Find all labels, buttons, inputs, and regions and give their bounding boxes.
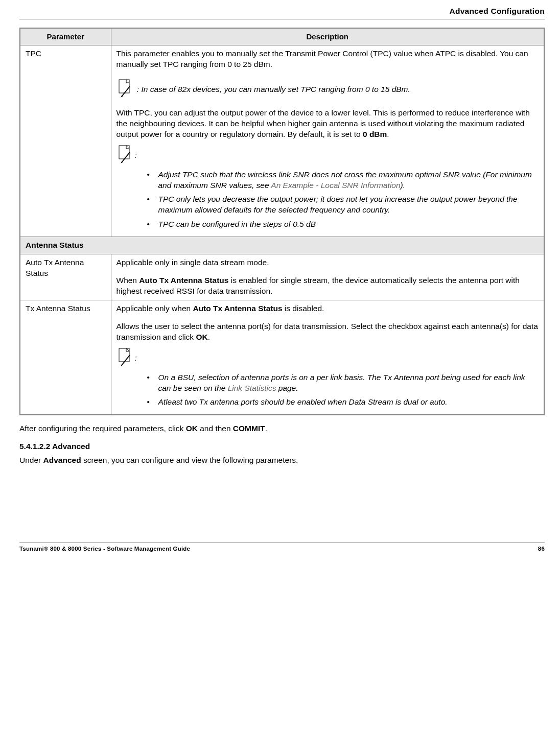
tpc-note-82x: : In case of 82x devices, you can manual… <box>119 79 539 101</box>
header-rule <box>19 19 545 19</box>
description-header: Description <box>111 28 544 45</box>
tpc-intro: This parameter enables you to manually s… <box>116 49 539 70</box>
tpc-bullets: Adjust TPC such that the wireless link S… <box>116 170 539 230</box>
subheading-advanced: 5.4.1.2.2 Advanced <box>19 441 545 452</box>
chapter-title: Advanced Configuration <box>19 6 545 17</box>
link-statistics-link[interactable]: Link Statistics <box>228 384 276 392</box>
list-item: On a BSU, selection of antenna ports is … <box>147 372 539 394</box>
section-row: Antenna Status <box>20 237 544 254</box>
txant-l1a: Applicable only when <box>116 304 193 313</box>
after-t1b: and then <box>198 424 233 433</box>
note-colon: : <box>135 354 137 362</box>
param-name-auto-tx: Auto Tx Antenna Status <box>20 254 111 300</box>
list-item: Atleast two Tx antenna ports should be e… <box>147 397 539 408</box>
after-commit: COMMIT <box>233 424 265 433</box>
list-item: TPC can be configured in the steps of 0.… <box>147 219 539 230</box>
parameter-header: Parameter <box>20 28 111 45</box>
tpc-b1b: ). <box>401 181 405 190</box>
adv-b1b: Advanced <box>43 456 81 464</box>
list-item: TPC only lets you decrease the output po… <box>147 194 539 216</box>
txant-b1a: On a BSU, selection of antenna ports is … <box>158 373 525 392</box>
desc-tpc: This parameter enables you to manually s… <box>111 45 544 237</box>
after-t1c: . <box>265 424 267 433</box>
antenna-status-section: Antenna Status <box>20 237 544 254</box>
txant-l1c: is disabled. <box>283 304 324 313</box>
note-colon: : <box>135 151 137 159</box>
snr-example-link[interactable]: An Example - Local SNR Information <box>271 181 400 190</box>
autotx-l2b: Auto Tx Antenna Status <box>139 276 228 285</box>
param-name-tx-antenna: Tx Antenna Status <box>20 300 111 415</box>
autotx-l2a: When <box>116 276 139 285</box>
page-footer: Tsunami® 800 & 8000 Series - Software Ma… <box>19 543 545 553</box>
adv-b1a: Under <box>19 456 43 464</box>
txant-line1: Applicable only when Auto Tx Antenna Sta… <box>116 303 539 314</box>
note-icon <box>119 79 133 101</box>
autotx-line2: When Auto Tx Antenna Status is enabled f… <box>116 275 539 297</box>
param-name-tpc: TPC <box>20 45 111 237</box>
tpc-note-block: : <box>119 145 539 167</box>
table-row: Auto Tx Antenna Status Applicable only i… <box>20 254 544 300</box>
txant-period: . <box>208 333 210 341</box>
table-row: TPC This parameter enables you to manual… <box>20 45 544 237</box>
txant-b1b: page. <box>276 384 298 392</box>
list-item: Adjust TPC such that the wireless link S… <box>147 170 539 191</box>
autotx-line1: Applicable only in single data stream mo… <box>116 257 539 268</box>
txant-line2: Allows the user to select the antenna po… <box>116 321 539 343</box>
table-row: Tx Antenna Status Applicable only when A… <box>20 300 544 415</box>
after-table-text: After configuring the required parameter… <box>19 423 545 434</box>
after-ok: OK <box>186 424 198 433</box>
tpc-note-82x-text: : In case of 82x devices, you can manual… <box>137 85 410 93</box>
table-header-row: Parameter Description <box>20 28 544 45</box>
advanced-body: Under Advanced screen, you can configure… <box>19 455 545 466</box>
txant-ok: OK <box>196 333 207 341</box>
txant-l1b: Auto Tx Antenna Status <box>193 304 282 313</box>
tpc-default: 0 dBm <box>363 130 387 138</box>
note-icon <box>119 348 133 369</box>
note-icon <box>119 145 133 167</box>
page-number: 86 <box>538 545 545 553</box>
adv-b1c: screen, you can configure and view the f… <box>81 456 298 464</box>
tpc-body1: With TPC, you can adjust the output powe… <box>116 108 530 138</box>
txant-l2a: Allows the user to select the antenna po… <box>116 322 538 341</box>
parameter-table: Parameter Description TPC This parameter… <box>19 28 545 415</box>
footer-left: Tsunami® 800 & 8000 Series - Software Ma… <box>19 545 190 553</box>
desc-auto-tx: Applicable only in single data stream mo… <box>111 254 544 300</box>
tpc-body: With TPC, you can adjust the output powe… <box>116 108 539 140</box>
after-t1a: After configuring the required parameter… <box>19 424 186 433</box>
tpc-body-tail: . <box>387 130 389 138</box>
txant-note-block: : <box>119 348 539 369</box>
txant-bullets: On a BSU, selection of antenna ports is … <box>116 372 539 408</box>
desc-tx-antenna: Applicable only when Auto Tx Antenna Sta… <box>111 300 544 415</box>
